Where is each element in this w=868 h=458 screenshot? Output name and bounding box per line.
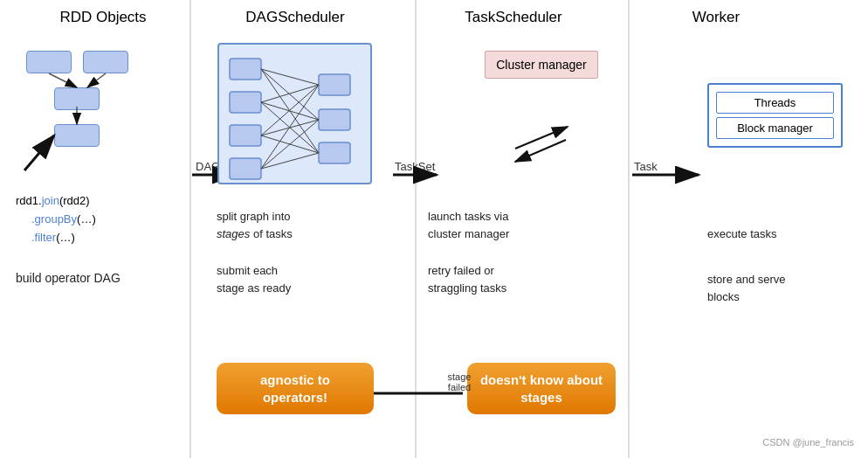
svg-text:TaskSet: TaskSet xyxy=(395,160,436,173)
code-groupby-args: (…) xyxy=(77,212,96,226)
svg-rect-19 xyxy=(218,44,371,184)
task-d3: retry failed or xyxy=(428,264,494,277)
svg-line-34 xyxy=(261,120,319,135)
task-header: TaskScheduler xyxy=(417,9,610,26)
code-rdd2: (rdd2) xyxy=(59,194,90,207)
svg-line-13 xyxy=(515,140,566,162)
diagram: DAG TaskSet Task RDD Objects DAGSchedule… xyxy=(0,0,868,458)
svg-line-35 xyxy=(261,135,319,153)
svg-line-36 xyxy=(261,85,319,169)
svg-line-38 xyxy=(261,153,319,169)
dag-desc2-italic: stages xyxy=(217,227,250,240)
svg-line-27 xyxy=(261,69,319,85)
svg-rect-22 xyxy=(230,125,261,146)
svg-line-32 xyxy=(261,102,319,153)
watermark: CSDN @june_francis xyxy=(762,437,854,448)
task-desc2: retry failed or straggling tasks xyxy=(428,262,506,296)
dag-orange-btn: agnostic to operators! xyxy=(217,363,374,414)
code-groupby: .groupBy xyxy=(31,212,77,226)
svg-rect-25 xyxy=(319,109,350,130)
svg-line-18 xyxy=(24,135,54,170)
rdd-box-3 xyxy=(54,87,100,110)
svg-line-16 xyxy=(87,73,106,87)
worker-outer-box: Threads Block manager xyxy=(707,83,843,148)
dag-desc3: submit each xyxy=(217,264,278,277)
code-rdd1: rdd1. xyxy=(16,194,42,207)
svg-line-33 xyxy=(261,85,319,135)
code-filter-args: (…) xyxy=(56,231,75,244)
svg-line-31 xyxy=(261,102,319,120)
svg-line-37 xyxy=(261,120,319,169)
svg-line-12 xyxy=(515,127,568,149)
svg-line-30 xyxy=(261,85,319,102)
rdd-code: rdd1.join(rdd2) .groupBy(…) .filter(…) xyxy=(16,192,96,246)
rdd-header: RDD Objects xyxy=(16,9,190,26)
rdd-box-4 xyxy=(54,124,100,147)
code-filter: .filter xyxy=(31,231,56,244)
worker-d2: store and serve xyxy=(707,273,786,286)
svg-rect-20 xyxy=(230,59,261,80)
worker-d3: blocks xyxy=(707,290,740,303)
worker-block-box: Block manager xyxy=(716,117,834,139)
task-d2: cluster manager xyxy=(428,227,509,240)
task-orange-btn: doesn't know about stages xyxy=(467,363,616,414)
task-d1: launch tasks via xyxy=(428,210,509,223)
rdd-box-2 xyxy=(83,51,128,73)
dag-header: DAGScheduler xyxy=(199,9,391,26)
dag-desc2-rest: of tasks xyxy=(250,227,292,240)
dag-desc4: stage as ready xyxy=(217,281,291,295)
stage-failed-label: stage failed xyxy=(437,371,482,392)
task-d4: straggling tasks xyxy=(428,281,506,295)
svg-text:DAG: DAG xyxy=(196,160,220,173)
dag-svg xyxy=(214,39,389,201)
worker-threads-box: Threads xyxy=(716,92,834,114)
worker-desc2: store and serve blocks xyxy=(707,271,786,305)
svg-rect-26 xyxy=(319,142,350,163)
worker-desc1: execute tasks xyxy=(707,226,777,243)
worker-header: Worker xyxy=(637,9,795,26)
rdd-bottom-label: build operator DAG xyxy=(16,269,121,288)
svg-line-28 xyxy=(261,69,319,120)
svg-rect-21 xyxy=(230,92,261,113)
cluster-manager-box: Cluster manager xyxy=(485,51,598,79)
dag-desc2: submit each stage as ready xyxy=(217,262,291,296)
svg-line-15 xyxy=(49,73,77,87)
svg-line-29 xyxy=(261,69,319,153)
dag-desc1: split graph into xyxy=(217,210,291,223)
dag-desc: split graph into stages of tasks xyxy=(217,208,293,242)
svg-rect-24 xyxy=(319,74,350,95)
code-join: join xyxy=(42,194,59,207)
rdd-box-1 xyxy=(26,51,72,73)
svg-text:Task: Task xyxy=(634,160,658,173)
task-desc1: launch tasks via cluster manager xyxy=(428,208,509,242)
svg-rect-23 xyxy=(230,158,261,179)
